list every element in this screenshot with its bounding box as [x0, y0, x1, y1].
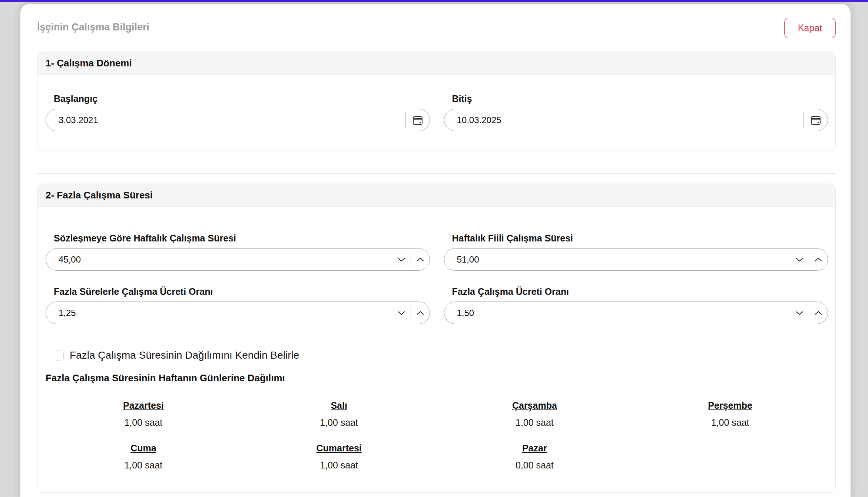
overtime-rate-increment-button[interactable] [809, 302, 828, 324]
actual-weekly-hours-field-group: Haftalık Fiili Çalışma Süresi [444, 233, 828, 271]
day-value: 1,00 saat [46, 417, 241, 428]
overtime-rate-label: Fazla Çalışma Ücreti Oranı [452, 286, 828, 297]
start-date-input[interactable] [46, 109, 405, 131]
chevron-down-icon [795, 310, 804, 316]
end-date-input[interactable] [444, 109, 804, 131]
chevron-up-icon [814, 257, 823, 262]
day-cell-friday: Cuma 1,00 saat [46, 443, 241, 471]
extra-period-rate-input[interactable] [46, 302, 392, 324]
end-date-field-group: Bitiş [444, 93, 828, 131]
day-value: 1,00 saat [437, 417, 633, 428]
top-accent-bar [0, 0, 868, 2]
end-date-calendar-button[interactable] [804, 109, 828, 131]
start-date-label: Başlangıç [54, 93, 430, 104]
self-distribution-checkbox-row: Fazla Çalışma Süresinin Dağılımını Kendi… [54, 349, 828, 361]
day-name: Cuma [46, 443, 241, 454]
day-name: Cumartesi [241, 443, 437, 454]
actual-weekly-hours-input[interactable] [444, 249, 790, 270]
section-overtime-header: 2- Fazla Çalışma Süresi [37, 184, 835, 207]
overtime-rate-decrement-button[interactable] [790, 302, 809, 324]
overtime-rate-input-wrap [444, 302, 828, 324]
modal-header: İşçinin Çalışma Bilgileri Kapat [37, 18, 836, 38]
end-date-label: Bitiş [452, 93, 828, 104]
days-distribution-grid: Pazartesi 1,00 saat Salı 1,00 saat Çarşa… [46, 400, 828, 471]
contract-weekly-hours-decrement-button[interactable] [392, 249, 411, 270]
day-cell-thursday: Perşembe 1,00 saat [632, 400, 828, 428]
actual-weekly-hours-decrement-button[interactable] [790, 249, 809, 270]
start-date-field-group: Başlangıç [46, 93, 430, 131]
day-cell-sunday: Pazar 0,00 saat [437, 443, 633, 471]
chevron-down-icon [397, 257, 406, 262]
actual-weekly-hours-input-wrap [444, 248, 828, 271]
extra-period-rate-label: Fazla Sürelerle Çalışma Ücreti Oranı [54, 286, 430, 297]
section-work-period: 1- Çalışma Dönemi Başlangıç [37, 52, 836, 151]
start-date-calendar-button[interactable] [406, 109, 430, 131]
section-overtime-title: 2- Fazla Çalışma Süresi [46, 190, 153, 201]
extra-period-rate-increment-button[interactable] [411, 302, 430, 324]
day-name: Salı [241, 400, 437, 411]
chevron-up-icon [416, 257, 425, 262]
chevron-down-icon [795, 257, 804, 262]
section-work-period-body: Başlangıç [37, 75, 835, 151]
day-value: 1,00 saat [241, 460, 437, 471]
day-cell-wednesday: Çarşamba 1,00 saat [437, 400, 633, 428]
close-button[interactable]: Kapat [784, 18, 836, 38]
section-overtime: 2- Fazla Çalışma Süresi Sözleşmeye Göre … [37, 184, 836, 493]
day-value: 0,00 saat [437, 460, 633, 471]
calendar-icon [412, 115, 423, 126]
contract-weekly-hours-field-group: Sözleşmeye Göre Haftalık Çalışma Süresi [46, 233, 430, 271]
actual-weekly-hours-increment-button[interactable] [809, 249, 828, 270]
overtime-rate-input[interactable] [444, 302, 790, 324]
calendar-icon [810, 115, 821, 126]
day-name: Pazartesi [46, 400, 241, 411]
day-value: 1,00 saat [632, 417, 828, 428]
chevron-up-icon [814, 310, 823, 316]
day-value: 1,00 saat [46, 460, 241, 471]
section-overtime-body: Sözleşmeye Göre Haftalık Çalışma Süresi [37, 207, 835, 492]
contract-weekly-hours-input[interactable] [46, 249, 392, 270]
extra-period-rate-input-wrap [46, 302, 430, 324]
extra-period-rate-decrement-button[interactable] [392, 302, 411, 324]
day-cell-monday: Pazartesi 1,00 saat [46, 400, 241, 428]
chevron-up-icon [416, 310, 425, 316]
actual-weekly-hours-label: Haftalık Fiili Çalışma Süresi [452, 233, 828, 244]
day-name: Pazar [437, 443, 633, 454]
end-date-input-wrap [444, 109, 828, 131]
section-work-period-title: 1- Çalışma Dönemi [46, 57, 132, 69]
self-distribution-checkbox[interactable] [54, 350, 64, 361]
start-date-input-wrap [46, 109, 430, 131]
overtime-rate-field-group: Fazla Çalışma Ücreti Oranı [444, 286, 828, 324]
day-cell-tuesday: Salı 1,00 saat [241, 400, 437, 428]
self-distribution-checkbox-label: Fazla Çalışma Süresinin Dağılımını Kendi… [70, 349, 299, 361]
page-title: İşçinin Çalışma Bilgileri [37, 18, 149, 33]
day-cell-saturday: Cumartesi 1,00 saat [241, 443, 437, 471]
contract-weekly-hours-increment-button[interactable] [411, 249, 430, 270]
chevron-down-icon [397, 310, 406, 316]
section-divider [37, 173, 836, 174]
day-value: 1,00 saat [241, 417, 437, 428]
contract-weekly-hours-label: Sözleşmeye Göre Haftalık Çalışma Süresi [54, 233, 430, 244]
worker-info-modal: İşçinin Çalışma Bilgileri Kapat 1- Çalış… [20, 4, 851, 497]
distribution-title: Fazla Çalışma Süresinin Haftanın Günleri… [46, 372, 828, 384]
contract-weekly-hours-input-wrap [46, 248, 430, 271]
day-name: Perşembe [632, 400, 828, 411]
extra-period-rate-field-group: Fazla Sürelerle Çalışma Ücreti Oranı [46, 286, 430, 324]
section-work-period-header: 1- Çalışma Dönemi [37, 52, 835, 75]
day-name: Çarşamba [437, 400, 633, 411]
